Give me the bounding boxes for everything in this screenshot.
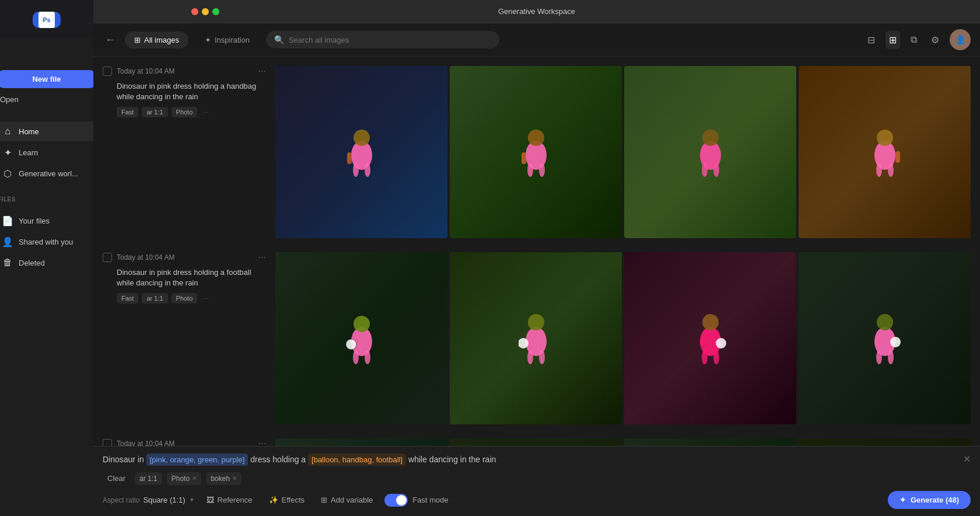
tab-all-images[interactable]: ⊞ All images — [125, 32, 188, 48]
svg-point-31 — [702, 314, 719, 330]
group-2-checkbox[interactable] — [103, 253, 112, 262]
svg-point-32 — [716, 338, 726, 348]
group-1-checkbox[interactable] — [103, 67, 112, 76]
shared-icon: 👤 — [2, 236, 13, 247]
app-icon[interactable]: Ps — [33, 12, 61, 28]
filter-icon: ⊟ — [867, 35, 875, 45]
toggle-knob — [396, 495, 407, 505]
svg-point-2 — [353, 163, 359, 177]
close-button[interactable] — [191, 8, 198, 15]
topbar-right: ⊟ ⊞ ⧉ ⚙ 👤 — [864, 29, 971, 50]
tag-photo-label: Photo — [172, 475, 190, 483]
group-2-meta: Today at 10:04 AM ··· Dinosaur in pink d… — [103, 252, 266, 424]
sidebar-item-shared[interactable]: 👤 Shared with you — [0, 232, 100, 252]
svg-point-29 — [539, 350, 545, 364]
inspiration-label: Inspiration — [215, 36, 250, 44]
filter-button[interactable]: ⊟ — [864, 31, 878, 49]
close-prompt-button[interactable]: ✕ — [963, 454, 971, 465]
aspect-ratio-selector[interactable]: Aspect ratio Square (1:1) ▼ — [103, 496, 195, 504]
main-content: ← ⊞ All images ✦ Inspiration 🔍 ⊟ ⊞ ⧉ ⚙ — [93, 0, 980, 516]
deleted-label: Deleted — [19, 259, 45, 267]
group-1-tag-photo: Photo — [172, 107, 198, 117]
fast-mode-toggle: Fast mode — [384, 494, 448, 507]
back-button[interactable]: ← — [103, 32, 118, 48]
svg-point-8 — [539, 163, 545, 177]
tag-photo[interactable]: Photo ✕ — [167, 472, 201, 485]
maximize-button[interactable] — [212, 8, 219, 15]
sidebar-item-generative[interactable]: ⬡ Generative worl... — [0, 163, 100, 183]
prompt-bottom-bar: Aspect ratio Square (1:1) ▼ 🖼 Reference … — [103, 491, 971, 509]
sidebar-item-home-label: Home — [19, 127, 39, 136]
image-2-4[interactable] — [799, 252, 971, 424]
group-2-tag-more: ··· — [201, 293, 211, 304]
group-1-more-button[interactable]: ··· — [258, 66, 266, 76]
ps-logo: Ps — [43, 16, 50, 23]
dino-image-1-3 — [624, 66, 796, 238]
prompt-text-area: Dinosaur in [pink, orange, green, purple… — [103, 454, 971, 466]
tag-bokeh[interactable]: bokeh ✕ — [206, 472, 242, 485]
image-2-1[interactable] — [275, 252, 447, 424]
grid-view-button[interactable]: ⊞ — [886, 31, 900, 49]
generate-button[interactable]: ✦ Generate (48) — [888, 491, 971, 509]
svg-rect-9 — [522, 152, 526, 164]
prompt-var-items[interactable]: [balloon, handbag, football] — [308, 454, 406, 466]
files-nav: 📄 Your files 👤 Shared with you 🗑 Deleted — [0, 205, 105, 278]
image-2-3[interactable] — [624, 252, 796, 424]
generate-icon: ✦ — [900, 496, 906, 504]
effects-button[interactable]: ✨ Effects — [264, 492, 310, 508]
sidebar-item-learn-label: Learn — [19, 148, 38, 157]
group-2-more-button[interactable]: ··· — [258, 252, 266, 263]
sidebar-item-your-files[interactable]: 📄 Your files — [0, 211, 100, 231]
search-bar: 🔍 — [266, 31, 499, 48]
app-icon-inner: Ps — [38, 12, 55, 28]
image-1-2[interactable] — [450, 66, 622, 238]
group-2-time: Today at 10:04 AM — [117, 253, 174, 262]
sidebar-item-deleted[interactable]: 🗑 Deleted — [0, 253, 100, 273]
sidebar-actions: New file Open — [0, 65, 105, 116]
split-view-button[interactable]: ⧉ — [907, 31, 921, 48]
trash-icon: 🗑 — [2, 257, 13, 268]
prompt-var-colors[interactable]: [pink, orange, green, purple] — [146, 454, 249, 466]
group-1-tags: Fast ar 1:1 Photo ··· — [103, 107, 266, 117]
user-avatar[interactable]: 👤 — [950, 29, 971, 50]
search-input[interactable] — [289, 36, 491, 44]
group-2-tag-ar: ar 1:1 — [142, 293, 167, 304]
svg-point-7 — [527, 163, 533, 177]
tag-ar-1-1[interactable]: ar 1:1 — [135, 472, 162, 485]
app-icon-bar: Ps New file Open ⌂ Home ✦ Learn ⬡ Genera… — [0, 0, 93, 516]
image-2-2[interactable] — [450, 252, 622, 424]
group-1-time: Today at 10:04 AM — [117, 67, 174, 75]
prompt-suffix: while dancing in the rain — [406, 455, 496, 464]
group-1-description: Dinosaur in pink dress holding a handbag… — [103, 81, 266, 102]
tab-inspiration[interactable]: ✦ Inspiration — [195, 32, 259, 48]
group-1-tag-fast: Fast — [117, 107, 138, 117]
tag-bokeh-label: bokeh — [211, 475, 230, 483]
dino-image-1-1 — [275, 66, 447, 238]
sidebar-item-learn[interactable]: ✦ Learn — [0, 142, 100, 162]
new-file-button[interactable]: New file — [0, 70, 98, 88]
dino-image-1-2 — [450, 66, 622, 238]
minimize-button[interactable] — [202, 8, 209, 15]
split-icon: ⧉ — [911, 34, 917, 44]
add-variable-label: Add variable — [331, 496, 373, 504]
fast-mode-switch[interactable] — [384, 494, 408, 507]
svg-rect-4 — [347, 152, 352, 164]
aspect-value: Square (1:1) — [143, 496, 185, 504]
prompt-prefix: Dinosaur in — [103, 455, 146, 464]
image-1-1[interactable] — [275, 66, 447, 238]
effects-icon: ✨ — [269, 496, 278, 504]
open-button[interactable]: Open — [0, 93, 98, 106]
group-1-tag-more: ··· — [201, 107, 211, 117]
image-1-4[interactable] — [799, 66, 971, 238]
dino-image-1-4 — [799, 66, 971, 238]
gear-icon: ⚙ — [931, 35, 939, 45]
svg-point-23 — [353, 350, 359, 364]
settings-button[interactable]: ⚙ — [928, 31, 943, 49]
chevron-down-icon: ▼ — [189, 497, 195, 503]
clear-button[interactable]: Clear — [103, 472, 130, 485]
reference-button[interactable]: 🖼 Reference — [202, 492, 257, 508]
remove-bokeh-icon: ✕ — [232, 475, 237, 482]
sidebar-item-home[interactable]: ⌂ Home — [0, 121, 100, 141]
image-1-3[interactable] — [624, 66, 796, 238]
add-variable-button[interactable]: ⊞ Add variable — [316, 492, 377, 508]
